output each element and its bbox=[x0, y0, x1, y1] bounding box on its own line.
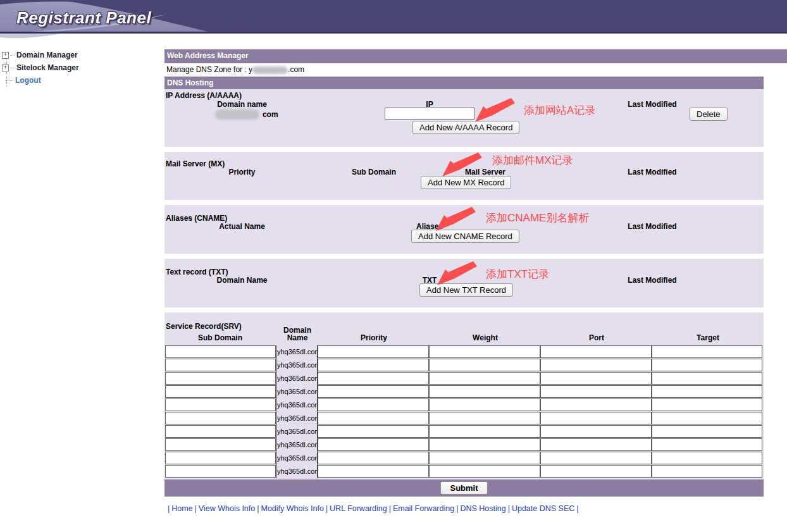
srv-weight-input[interactable] bbox=[429, 412, 540, 424]
srv-port-input[interactable] bbox=[540, 465, 652, 478]
txt-record-section: Text record (TXT) Domain Name TXT Last M… bbox=[164, 259, 764, 307]
a-record-section: IP Address (A/AAAA) Domain name com IP A… bbox=[164, 89, 764, 147]
tree-dots bbox=[5, 80, 13, 81]
last-modified-header: Last Modified bbox=[601, 100, 703, 109]
zone-prefix-text: Manage DNS Zone for : y bbox=[166, 65, 252, 74]
ip-input[interactable] bbox=[385, 108, 474, 120]
sitelock-manager-label[interactable]: Sitelock Manager bbox=[16, 63, 79, 72]
srv-sub-domain-input[interactable] bbox=[165, 452, 276, 464]
footer-link-url-forwarding[interactable]: URL Forwarding bbox=[330, 504, 387, 513]
srv-sub-domain-header: Sub Domain bbox=[171, 333, 270, 342]
srv-target-header: Target bbox=[659, 333, 757, 342]
submit-button[interactable]: Submit bbox=[440, 481, 487, 495]
srv-domain-name: yhq365dl.com bbox=[276, 359, 318, 372]
srv-weight-input[interactable] bbox=[429, 345, 540, 358]
srv-sub-domain-input[interactable] bbox=[165, 425, 276, 438]
a-record-domain-value: com bbox=[202, 108, 291, 120]
srv-port-input[interactable] bbox=[540, 399, 652, 411]
srv-weight-input[interactable] bbox=[429, 359, 540, 371]
srv-sub-domain-input[interactable] bbox=[165, 385, 276, 398]
add-mx-record-button[interactable]: Add New MX Record bbox=[421, 176, 511, 189]
srv-target-input[interactable] bbox=[652, 359, 762, 371]
srv-target-input[interactable] bbox=[652, 399, 762, 411]
srv-priority-input[interactable] bbox=[318, 412, 429, 424]
srv-weight-header: Weight bbox=[437, 333, 534, 342]
srv-port-input[interactable] bbox=[540, 359, 652, 371]
srv-priority-input[interactable] bbox=[318, 345, 429, 358]
srv-port-input[interactable] bbox=[540, 452, 652, 464]
srv-sub-domain-input[interactable] bbox=[165, 438, 276, 451]
domain-manager-label[interactable]: Domain Manager bbox=[16, 51, 78, 59]
srv-priority-input[interactable] bbox=[318, 465, 429, 478]
srv-sub-domain-input[interactable] bbox=[165, 412, 276, 424]
srv-weight-input[interactable] bbox=[429, 465, 540, 478]
srv-weight-input[interactable] bbox=[429, 425, 540, 438]
logout-link[interactable]: Logout bbox=[15, 76, 41, 85]
footer-link-modify-whois[interactable]: Modify Whois Info bbox=[261, 504, 324, 513]
srv-target-input[interactable] bbox=[652, 372, 762, 385]
srv-port-input[interactable] bbox=[540, 372, 652, 385]
dns-hosting-bar: DNS Hosting bbox=[164, 77, 764, 89]
mx-record-annotation: 添加邮件MX记录 bbox=[492, 153, 573, 168]
srv-domain-name: yhq365dl.com bbox=[276, 345, 318, 359]
sidebar-item-logout[interactable]: Logout bbox=[2, 74, 160, 87]
sidebar-item-sitelock-manager[interactable]: + Sitelock Manager bbox=[2, 61, 160, 74]
srv-sub-domain-input[interactable] bbox=[165, 359, 276, 371]
footer-link-email-forwarding[interactable]: Email Forwarding bbox=[393, 504, 454, 513]
srv-domain-name: yhq365dl.com bbox=[276, 412, 318, 425]
srv-target-input[interactable] bbox=[652, 412, 762, 424]
red-arrow-annotation-icon bbox=[474, 98, 515, 123]
srv-priority-input[interactable] bbox=[318, 372, 429, 385]
delete-button[interactable]: Delete bbox=[690, 108, 728, 121]
srv-priority-input[interactable] bbox=[318, 385, 429, 398]
srv-sub-domain-input[interactable] bbox=[165, 372, 276, 385]
srv-priority-input[interactable] bbox=[318, 425, 429, 438]
srv-domain-name-header: Domain Name bbox=[277, 326, 318, 342]
sub-domain-header: Sub Domain bbox=[326, 168, 422, 176]
footer-link-home[interactable]: Home bbox=[171, 504, 192, 513]
srv-port-input[interactable] bbox=[540, 385, 652, 398]
separator: | bbox=[257, 504, 259, 513]
srv-target-input[interactable] bbox=[652, 425, 762, 438]
footer-link-dns-hosting[interactable]: DNS Hosting bbox=[460, 504, 505, 513]
srv-weight-input[interactable] bbox=[429, 385, 540, 398]
srv-port-input[interactable] bbox=[540, 425, 652, 438]
srv-table-row: yhq365dl.com bbox=[165, 385, 764, 399]
sidebar-item-domain-manager[interactable]: + Domain Manager bbox=[2, 49, 160, 61]
expand-plus-icon[interactable]: + bbox=[2, 52, 9, 59]
srv-weight-input[interactable] bbox=[429, 399, 540, 411]
srv-priority-input[interactable] bbox=[318, 438, 429, 451]
srv-target-input[interactable] bbox=[652, 465, 762, 478]
web-address-manager-bar: Web Address Manager bbox=[164, 49, 787, 63]
expand-plus-icon[interactable]: + bbox=[2, 65, 9, 71]
srv-sub-domain-input[interactable] bbox=[165, 465, 276, 478]
srv-priority-input[interactable] bbox=[318, 359, 429, 371]
srv-priority-input[interactable] bbox=[318, 452, 429, 464]
srv-port-input[interactable] bbox=[540, 438, 652, 451]
srv-target-input[interactable] bbox=[652, 345, 762, 358]
srv-weight-input[interactable] bbox=[429, 372, 540, 385]
srv-sub-domain-input[interactable] bbox=[165, 399, 276, 411]
srv-rows: yhq365dl.com yhq365dl.com yhq365dl.com bbox=[165, 345, 764, 478]
footer-link-view-whois[interactable]: View Whois Info bbox=[199, 504, 255, 513]
srv-sub-domain-input[interactable] bbox=[165, 345, 276, 358]
footer-link-update-dns-sec[interactable]: Update DNS SEC bbox=[512, 504, 574, 513]
srv-record-section: Service Record(SRV) Sub Domain Domain Na… bbox=[164, 312, 764, 479]
srv-weight-input[interactable] bbox=[429, 452, 540, 464]
registrant-panel-page: Registrant Panel + Domain Manager + Site… bbox=[0, 0, 787, 532]
txt-section-label: Text record (TXT) bbox=[166, 268, 228, 276]
srv-target-input[interactable] bbox=[652, 452, 762, 464]
srv-target-input[interactable] bbox=[652, 438, 762, 451]
separator: | bbox=[326, 504, 328, 513]
srv-priority-input[interactable] bbox=[318, 399, 429, 411]
last-modified-header: Last Modified bbox=[601, 276, 703, 285]
last-modified-header: Last Modified bbox=[601, 222, 703, 231]
domain-name-header: Domain Name bbox=[196, 276, 288, 285]
a-record-section-label: IP Address (A/AAAA) bbox=[166, 91, 242, 100]
srv-weight-input[interactable] bbox=[429, 438, 540, 451]
separator: | bbox=[389, 504, 391, 513]
srv-port-input[interactable] bbox=[540, 412, 652, 424]
last-modified-header: Last Modified bbox=[601, 168, 703, 176]
srv-target-input[interactable] bbox=[652, 385, 762, 398]
srv-port-input[interactable] bbox=[540, 345, 652, 358]
